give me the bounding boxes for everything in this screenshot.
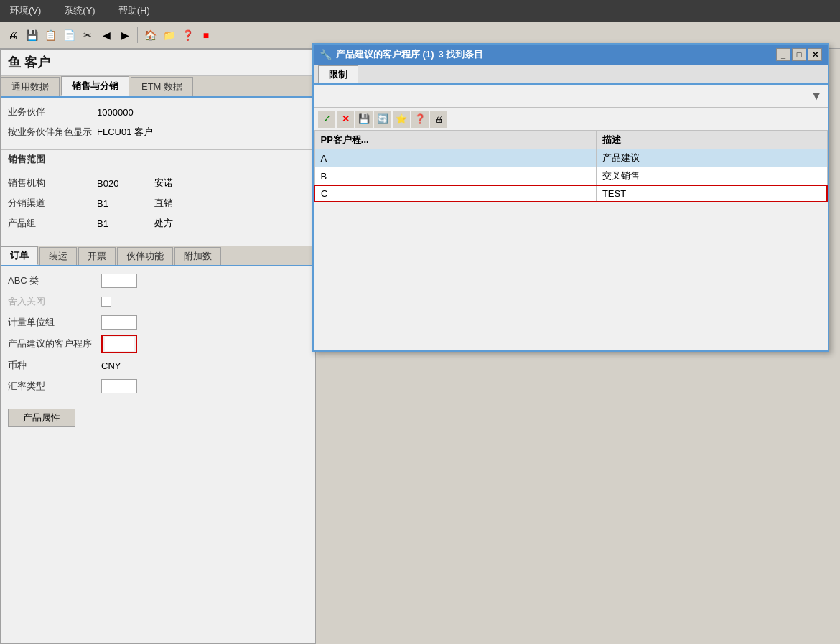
product-recommend-input[interactable] [105,337,134,351]
rounding-label: 舍入关闭 [8,295,101,308]
filter-bar: ▼ [314,85,828,108]
refresh-btn[interactable]: 🔄 [374,111,391,128]
product-group-row: 产品组 B1 处方 [8,215,308,232]
table-cell-desc: 交叉销售 [596,167,827,186]
dialog-minimize-btn[interactable]: _ [776,48,790,61]
dialog-tab-row: 限制 [314,65,828,85]
dialog-titlebar-left: 🔧 产品建议的客户程序 (1) 3 找到条目 [319,48,483,61]
unit-group-label: 计量单位组 [8,316,101,329]
dialog-maximize-btn[interactable]: □ [792,48,806,61]
order-form: ABC 类 舍入关闭 计量单位组 产品建议的客户程序 币种 CNY 汇率类型 [1,266,315,404]
rounding-row: 舍入关闭 [8,293,308,310]
tab-partner-func[interactable]: 伙伴功能 [117,247,173,265]
tab-etm-data[interactable]: ETM 数据 [131,77,193,96]
filter-icon: ▼ [811,90,822,103]
dist-channel-row: 分销渠道 B1 直销 [8,195,308,212]
folder-btn[interactable]: 📁 [160,27,177,44]
table-cell-code: A [314,149,596,167]
sales-section-header: 销售范围 [1,149,315,169]
tab-billing[interactable]: 开票 [78,247,116,265]
save-btn[interactable]: 💾 [23,27,40,44]
col-desc: 描述 [596,131,827,149]
product-group-desc: 处方 [151,216,209,230]
print-dialog-btn[interactable]: 🖨 [430,111,447,128]
dialog-badge: 3 找到条目 [439,48,484,61]
table-row[interactable]: A 产品建议 [314,149,827,167]
business-partner-value: 1000000 [94,106,151,118]
form-area: 业务伙伴 1000000 按业务伙伴角色显示 FLCU01 客户 [1,98,315,149]
dialog-tab-limit[interactable]: 限制 [318,65,358,83]
abc-class-input[interactable] [101,274,137,288]
cut-btn[interactable]: ✂ [79,27,96,44]
confirm-btn[interactable]: ✓ [318,111,335,128]
business-partner-row: 业务伙伴 1000000 [8,103,308,121]
save-dialog-btn[interactable]: 💾 [355,111,373,128]
tab-shipping[interactable]: 装运 [39,247,77,265]
dialog-toolbar: ✓ ✕ 💾 🔄 ⭐ ❓ 🖨 [314,108,828,131]
product-recommend-input-container [101,335,137,353]
menu-item-sys[interactable]: 系统(Y) [60,3,99,19]
table-header-row: PP客户程... 描述 [314,131,827,149]
bottom-tabs-row: 订单 装运 开票 伙伴功能 附加数 [1,246,315,266]
dist-channel-label: 分销渠道 [8,197,94,210]
dialog-title: 产品建议的客户程序 (1) [336,48,434,61]
cancel-btn[interactable]: ✕ [337,111,354,128]
rounding-checkbox[interactable] [101,297,111,307]
exchange-rate-row: 汇率类型 [8,378,308,395]
page-title-area: 鱼 客户 [1,50,315,76]
main-tabs-row: 通用数据 销售与分销 ETM 数据 [1,76,315,98]
dialog-controls: _ □ ✕ [776,48,822,61]
tab-sales-dist[interactable]: 销售与分销 [61,76,129,96]
tab-general-data[interactable]: 通用数据 [1,77,60,96]
display-role-value: FLCU01 客户 [94,125,156,139]
dialog-close-btn[interactable]: ✕ [808,48,822,61]
results-table: PP客户程... 描述 A 产品建议 B 交叉销售 C TEST [314,131,828,202]
exchange-rate-input[interactable] [101,379,137,393]
table-cell-code: C [314,185,596,202]
col-pp-code: PP客户程... [314,131,596,149]
unit-group-row: 计量单位组 [8,314,308,331]
business-partner-label: 业务伙伴 [8,106,94,118]
stop-btn[interactable]: ■ [197,27,215,44]
currency-value: CNY [101,360,121,371]
menu-item-help[interactable]: 帮助(H) [114,3,154,19]
menu-item-env[interactable]: 环境(V) [6,3,45,19]
sales-org-code: B020 [94,177,151,190]
product-group-code: B1 [94,218,151,230]
toolbar-sep1 [137,27,138,43]
product-recommend-label: 产品建议的客户程序 [8,337,101,350]
dialog-titlebar: 🔧 产品建议的客户程序 (1) 3 找到条目 _ □ ✕ [314,45,828,65]
tab-extra[interactable]: 附加数 [174,247,221,265]
menu-bar: 环境(V) 系统(Y) 帮助(H) [0,0,840,22]
copy-btn[interactable]: 📋 [42,27,59,44]
star-btn[interactable]: ⭐ [393,111,410,128]
paste-btn[interactable]: 📄 [60,27,78,44]
help-btn[interactable]: ❓ [179,27,196,44]
main-window: 鱼 客户 通用数据 销售与分销 ETM 数据 业务伙伴 1000000 按业务伙… [0,49,316,644]
abc-class-label: ABC 类 [8,274,101,287]
product-attr-button[interactable]: 产品属性 [8,409,75,427]
display-role-label: 按业务伙伴角色显示 [8,126,94,139]
sales-org-label: 销售机构 [8,177,94,190]
currency-row: 币种 CNY [8,357,308,374]
product-recommend-row: 产品建议的客户程序 [8,335,308,353]
table-cell-code: B [314,167,596,186]
home-btn[interactable]: 🏠 [141,27,159,44]
back-btn[interactable]: ◀ [98,27,115,44]
product-group-label: 产品组 [8,217,94,230]
table-cell-desc: 产品建议 [596,149,827,167]
table-row-red[interactable]: C TEST [314,185,827,202]
table-row[interactable]: B 交叉销售 [314,167,827,186]
exchange-rate-label: 汇率类型 [8,380,101,393]
page-title: 鱼 客户 [8,54,308,71]
sales-org-desc: 安诺 [151,176,209,190]
display-role-row: 按业务伙伴角色显示 FLCU01 客户 [8,123,308,141]
abc-class-row: ABC 类 [8,272,308,289]
help-dialog-btn[interactable]: ❓ [411,111,429,128]
print-btn[interactable]: 🖨 [4,27,22,44]
table-cell-desc: TEST [596,185,827,202]
unit-group-input[interactable] [101,315,137,330]
forward-btn[interactable]: ▶ [116,27,134,44]
tab-order[interactable]: 订单 [1,246,38,265]
dialog-window: 🔧 产品建议的客户程序 (1) 3 找到条目 _ □ ✕ 限制 ▼ ✓ ✕ 💾 … [312,43,829,352]
